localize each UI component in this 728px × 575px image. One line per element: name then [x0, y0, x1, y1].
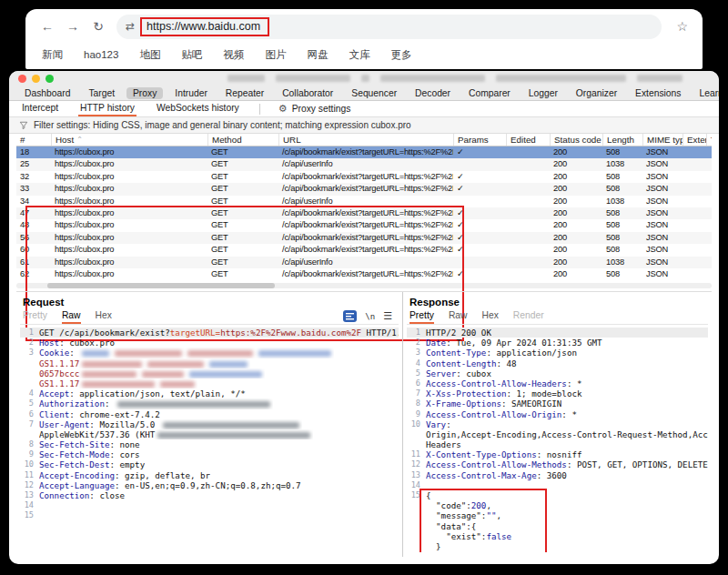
maximize-window-icon[interactable]: [46, 75, 54, 83]
sub-tab-intercept[interactable]: Intercept: [20, 101, 60, 116]
column-header-t[interactable]: T: [706, 134, 712, 146]
cell: [682, 232, 706, 244]
main-tab-learn[interactable]: Learn: [693, 87, 719, 99]
cell: [682, 219, 706, 231]
cell: https://cubox.pro: [51, 268, 207, 280]
column-header-status-code[interactable]: Status code: [550, 134, 602, 146]
line-number: 9: [407, 409, 420, 419]
cell: GET: [207, 232, 278, 244]
column-header-url[interactable]: URL: [278, 134, 453, 146]
table-row[interactable]: 33https://cubox.proGET/c/api/bookmark/ex…: [16, 183, 712, 195]
main-tab-logger[interactable]: Logger: [522, 87, 564, 99]
code-line: 4Content-Length: 48: [407, 358, 708, 368]
horizontal-scrollbar[interactable]: [16, 283, 712, 288]
bookmark-link[interactable]: 新闻: [42, 48, 63, 62]
sub-tab-websockets-history[interactable]: WebSockets history: [155, 101, 241, 116]
tab-raw[interactable]: Raw: [449, 310, 468, 324]
code-line: "data":{: [407, 521, 708, 531]
main-tab-proxy[interactable]: Proxy: [126, 87, 163, 99]
sub-tab-http-history[interactable]: HTTP history: [78, 101, 136, 116]
redacted-blur: [142, 371, 184, 378]
main-tab-decoder[interactable]: Decoder: [409, 87, 457, 99]
bookmark-link[interactable]: 网盘: [307, 48, 328, 62]
tab-render[interactable]: Render: [513, 310, 544, 324]
code-line: 15{: [407, 490, 708, 500]
cell: /c/api/bookmark/exist?targetURL=https:%2…: [278, 183, 453, 195]
code-line: 14: [407, 480, 708, 490]
table-row[interactable]: 47https://cubox.proGET/c/api/bookmark/ex…: [16, 207, 712, 219]
tab-hex[interactable]: Hex: [96, 310, 112, 324]
main-tab-comparer[interactable]: Comparer: [462, 87, 517, 99]
table-row[interactable]: 48https://cubox.proGET/c/api/bookmark/ex…: [16, 219, 712, 231]
inspector-icon[interactable]: [343, 310, 357, 322]
cell: /c/api/bookmark/exist?targetURL=https:%2…: [278, 219, 453, 231]
main-tab-collaborator[interactable]: Collaborator: [276, 87, 339, 99]
reload-icon[interactable]: ↻: [91, 19, 106, 34]
cell: https://cubox.pro: [51, 171, 207, 183]
cell: [682, 257, 706, 268]
cell: [453, 257, 506, 268]
tab-hex[interactable]: Hex: [482, 310, 499, 324]
column-header-params[interactable]: Params: [453, 134, 506, 146]
table-row[interactable]: 62https://cubox.proGET/c/api/bookmark/ex…: [16, 268, 712, 280]
bookmark-link[interactable]: 图片: [265, 48, 286, 62]
minimize-window-icon[interactable]: [32, 75, 40, 83]
column-header-edited[interactable]: Edited: [506, 134, 550, 146]
close-window-icon[interactable]: [18, 75, 26, 83]
bookmark-link[interactable]: 视频: [223, 48, 244, 62]
table-row[interactable]: 25https://cubox.proGET/c/api/userInfo200…: [16, 158, 712, 170]
bookmark-link[interactable]: 地图: [139, 48, 160, 62]
forward-icon[interactable]: →: [66, 19, 80, 34]
newline-toggle-icon[interactable]: \n: [365, 312, 375, 321]
table-row[interactable]: 60https://cubox.proGET/c/api/bookmark/ex…: [16, 244, 712, 256]
code-line: }: [407, 541, 708, 551]
line-number: 6: [407, 378, 420, 388]
main-tab-target[interactable]: Target: [82, 87, 121, 99]
filter-bar[interactable]: Filter settings: Hiding CSS, image and g…: [9, 117, 719, 134]
scrollbar-thumb[interactable]: [47, 283, 275, 288]
column-header-extension[interactable]: Extension: [682, 134, 706, 146]
line-number: [407, 429, 420, 439]
code-line: 1HTTP/2 200 OK: [407, 328, 708, 338]
cell: 508: [602, 171, 642, 183]
cell: https://cubox.pro: [51, 244, 207, 256]
main-tab-repeater[interactable]: Repeater: [219, 87, 270, 99]
bookmark-link[interactable]: hao123: [84, 49, 118, 60]
code-line: }: [407, 551, 708, 552]
bookmark-link[interactable]: 贴吧: [181, 48, 202, 62]
tab-raw[interactable]: Raw: [62, 310, 81, 324]
column-header-length[interactable]: Length: [602, 134, 642, 146]
line-number: [20, 368, 34, 378]
table-row[interactable]: 61https://cubox.proGET/c/api/userInfo200…: [16, 257, 712, 268]
url-text[interactable]: https://www.baidu.com: [140, 17, 269, 36]
tab-pretty[interactable]: Pretty: [410, 310, 434, 324]
response-editor[interactable]: 1HTTP/2 200 OK2Date: Tue, 09 Apr 2024 01…: [407, 328, 708, 552]
menu-icon[interactable]: ☰: [383, 310, 392, 322]
cell: [706, 219, 712, 231]
column-header-method[interactable]: Method: [207, 134, 278, 146]
bookmark-link[interactable]: 文库: [349, 48, 369, 62]
column-header--[interactable]: #: [16, 134, 51, 146]
history-table-header: #Host⌃MethodURLParamsEditedStatus codeLe…: [16, 134, 712, 146]
bookmark-star-icon[interactable]: ☆: [676, 19, 688, 34]
tab-pretty[interactable]: Pretty: [23, 310, 47, 324]
cell: https://cubox.pro: [51, 158, 207, 170]
table-row[interactable]: 56https://cubox.proGET/c/api/bookmark/ex…: [16, 232, 712, 244]
main-tab-extensions[interactable]: Extensions: [629, 87, 687, 99]
site-info-icon[interactable]: ⇄: [126, 20, 135, 33]
bookmark-link[interactable]: 更多: [390, 48, 411, 62]
column-header-host[interactable]: Host⌃: [51, 134, 207, 146]
address-bar[interactable]: ⇄ https://www.baidu.com: [116, 15, 662, 39]
table-row[interactable]: 34https://cubox.proGET/c/api/userInfo200…: [16, 196, 712, 207]
column-header-mime-type[interactable]: MIME type: [642, 134, 682, 146]
request-editor[interactable]: 1GET /c/api/bookmark/exist?targetURL=htt…: [20, 328, 399, 552]
main-tab-intruder[interactable]: Intruder: [168, 87, 214, 99]
main-tab-dashboard[interactable]: Dashboard: [18, 87, 76, 99]
table-row[interactable]: 18https://cubox.proGET/c/api/bookmark/ex…: [16, 146, 712, 158]
main-tab-sequencer[interactable]: Sequencer: [345, 87, 403, 99]
proxy-settings-button[interactable]: ⚙Proxy settings: [278, 103, 351, 115]
main-tab-organizer[interactable]: Organizer: [570, 87, 623, 99]
back-icon[interactable]: ←: [40, 19, 55, 34]
response-tabs: PrettyRawHexRender: [410, 310, 544, 324]
table-row[interactable]: 32https://cubox.proGET/c/api/bookmark/ex…: [16, 171, 712, 183]
